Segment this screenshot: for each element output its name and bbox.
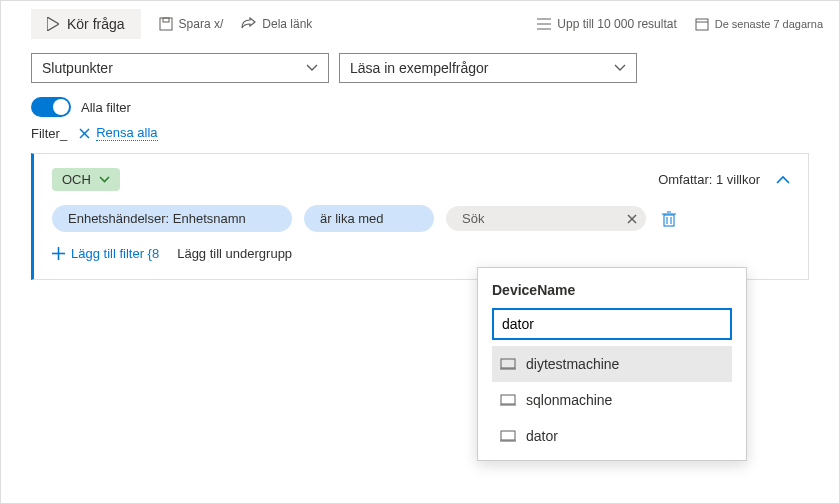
logic-operator-label: OCH — [62, 172, 91, 187]
value-search-placeholder: Sök — [462, 211, 484, 226]
add-subgroup-button[interactable]: Lägg till undergrupp — [177, 246, 292, 261]
device-icon — [500, 394, 516, 406]
value-search-pill[interactable]: Sök — [446, 206, 646, 231]
popover-title: DeviceName — [492, 282, 732, 298]
operator-pill[interactable]: är lika med — [304, 205, 434, 232]
query-builder-card: OCH Omfattar: 1 villkor Enhetshändelser:… — [31, 153, 809, 280]
suggestion-item[interactable]: sqlonmachine — [492, 382, 732, 418]
logic-operator-pill[interactable]: OCH — [52, 168, 120, 191]
scope-select[interactable]: Slutpunkter — [31, 53, 329, 83]
device-icon — [500, 430, 516, 442]
run-query-button[interactable]: Kör fråga — [31, 9, 141, 39]
card-header: OCH Omfattar: 1 villkor — [52, 168, 790, 191]
time-range-label: De senaste 7 dagarna — [715, 18, 823, 30]
operator-pill-label: är lika med — [320, 211, 384, 226]
value-suggest-popover: DeviceName diytestmachine sqlonmachine d… — [477, 267, 747, 461]
add-actions-row: Lägg till filter {8 Lägg till undergrupp — [52, 246, 790, 261]
all-filters-toggle[interactable] — [31, 97, 71, 117]
chevron-up-icon[interactable] — [776, 175, 790, 184]
svg-marker-0 — [47, 17, 59, 31]
close-icon[interactable] — [79, 128, 90, 139]
list-icon — [537, 18, 551, 30]
field-pill[interactable]: Enhetshändelser: Enhetsnamn — [52, 205, 292, 232]
delete-condition-icon[interactable] — [662, 211, 676, 227]
suggestion-item[interactable]: diytestmachine — [492, 346, 732, 382]
chevron-down-icon — [614, 64, 626, 72]
save-button[interactable]: Spara x/ — [159, 17, 224, 31]
device-icon — [500, 358, 516, 370]
result-limit-button[interactable]: Upp till 10 000 resultat — [537, 17, 676, 31]
toolbar: Kör fråga Spara x/ Dela länk Upp till 10… — [1, 1, 839, 47]
condition-summary: Omfattar: 1 villkor — [658, 172, 790, 187]
play-icon — [47, 17, 59, 31]
svg-rect-12 — [664, 215, 674, 226]
share-label: Dela länk — [262, 17, 312, 31]
suggestion-label: sqlonmachine — [526, 392, 612, 408]
clear-value-icon[interactable] — [626, 213, 638, 225]
scope-select-label: Slutpunkter — [42, 60, 113, 76]
result-limit-label: Upp till 10 000 resultat — [557, 17, 676, 31]
suggestion-item[interactable]: dator — [492, 418, 732, 454]
filter-label: Filter_ — [31, 126, 67, 141]
clear-all-link[interactable]: Rensa alla — [96, 125, 157, 141]
popover-search-input[interactable] — [492, 308, 732, 340]
svg-rect-1 — [160, 18, 172, 30]
condition-summary-text: Omfattar: 1 villkor — [658, 172, 760, 187]
samples-select-label: Läsa in exempelfrågor — [350, 60, 489, 76]
samples-select[interactable]: Läsa in exempelfrågor — [339, 53, 637, 83]
dropdown-row: Slutpunkter Läsa in exempelfrågor — [1, 47, 839, 93]
svg-rect-21 — [501, 395, 515, 404]
svg-rect-19 — [501, 359, 515, 368]
filter-actions-row: Filter_ Rensa alla — [1, 125, 839, 153]
share-icon — [241, 17, 256, 31]
svg-rect-6 — [696, 19, 708, 30]
plus-icon — [52, 247, 65, 260]
toggle-row: Alla filter — [1, 93, 839, 125]
condition-row: Enhetshändelser: Enhetsnamn är lika med … — [52, 205, 790, 232]
chevron-down-icon — [306, 64, 318, 72]
chevron-down-icon — [99, 176, 110, 183]
calendar-icon — [695, 17, 709, 31]
share-link-button[interactable]: Dela länk — [241, 17, 312, 31]
time-range-button[interactable]: De senaste 7 dagarna — [695, 17, 823, 31]
all-filters-label: Alla filter — [81, 100, 131, 115]
add-filter-button[interactable]: Lägg till filter {8 — [52, 246, 159, 261]
save-label: Spara x/ — [179, 17, 224, 31]
svg-rect-2 — [163, 18, 169, 22]
save-icon — [159, 17, 173, 31]
run-query-label: Kör fråga — [67, 16, 125, 32]
suggestion-label: diytestmachine — [526, 356, 619, 372]
svg-rect-23 — [501, 431, 515, 440]
add-filter-label: Lägg till filter {8 — [71, 246, 159, 261]
field-pill-label: Enhetshändelser: Enhetsnamn — [68, 211, 246, 226]
suggestion-label: dator — [526, 428, 558, 444]
